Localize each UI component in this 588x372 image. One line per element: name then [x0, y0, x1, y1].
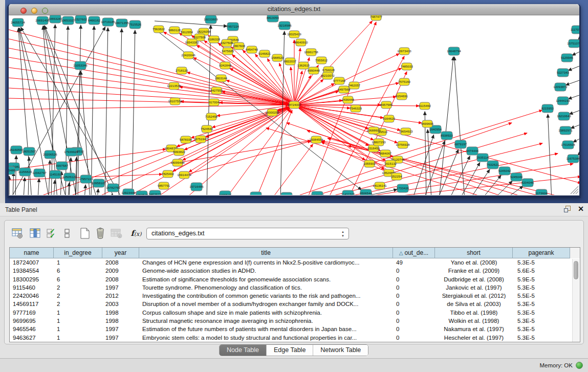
table-row[interactable]: 1872400712008Changes of HCN gene express…	[10, 258, 580, 267]
graph-node[interactable]: 9245049	[510, 173, 523, 181]
graph-node[interactable]: 7485033	[401, 63, 413, 70]
table-cell[interactable]: Yano et al. (2008)	[435, 258, 513, 267]
column-header-in-degree[interactable]: in_degree	[54, 248, 102, 258]
table-cell[interactable]: 9115460	[10, 283, 54, 292]
graph-node[interactable]: 12093872	[553, 83, 568, 91]
graph-node[interactable]: 11675384	[566, 155, 579, 163]
tab-network-table[interactable]: Network Table	[313, 345, 368, 356]
table-cell[interactable]: Tibbo et al. (1998)	[435, 309, 513, 317]
graph-node[interactable]: 8813054	[267, 15, 279, 22]
table-cell[interactable]: 18300295	[10, 275, 54, 283]
table-row[interactable]: 2242004622012Investigating the contribut…	[10, 292, 580, 300]
graph-node[interactable]: 18325419	[287, 31, 301, 38]
graph-node[interactable]: 11170748	[571, 26, 579, 34]
graph-node[interactable]: 17939924	[64, 148, 78, 156]
table-row[interactable]: 946362711997Embryonic stem cells: a mode…	[10, 334, 580, 342]
graph-node[interactable]: 9465546	[219, 191, 232, 195]
table-cell[interactable]: 5.3E-5	[513, 325, 570, 333]
column-header-out-degree[interactable]: △out_de...	[393, 248, 435, 258]
graph-node[interactable]: 9506544	[360, 189, 373, 195]
graph-node[interactable]: 14569117	[249, 192, 263, 195]
create-table-button[interactable]	[77, 226, 93, 241]
show-columns-button[interactable]	[28, 226, 43, 241]
graph-node[interactable]: 15751074	[567, 39, 579, 48]
graph-node[interactable]: 10958107	[92, 179, 106, 187]
graph-node[interactable]: 7524540	[201, 125, 213, 133]
graph-node[interactable]: 1173604	[535, 189, 548, 195]
graph-node[interactable]: 6879197	[454, 140, 467, 148]
table-cell[interactable]: 1998	[102, 317, 139, 325]
table-cell[interactable]: Genome-wide association studies in ADHD.	[139, 267, 393, 275]
graph-node[interactable]: 8957580	[380, 101, 393, 108]
graph-node[interactable]: 9164620	[383, 115, 396, 122]
table-cell[interactable]: 0	[393, 334, 435, 342]
graph-node[interactable]: 8990448	[308, 67, 320, 74]
graph-node[interactable]: 8938923	[441, 132, 453, 140]
table-cell[interactable]: 0	[393, 267, 435, 275]
table-cell[interactable]: Investigating the contribution of common…	[139, 292, 393, 300]
float-panel-icon[interactable]	[564, 206, 572, 213]
graph-node[interactable]: 1615132	[384, 160, 397, 167]
graph-node[interactable]: 16159891	[310, 191, 324, 195]
graph-node[interactable]: 9671404	[280, 192, 293, 195]
table-cell[interactable]: Estimation of significance thresholds fo…	[139, 275, 393, 283]
network-canvas[interactable]: 2405572420691406205532871065332715276026…	[9, 15, 579, 195]
table-cell[interactable]: 1	[54, 325, 102, 333]
table-cell[interactable]: Changes of HCN gene expression and I(f) …	[139, 258, 393, 267]
graph-node[interactable]: 12213539	[167, 82, 181, 90]
table-cell[interactable]: 5.3E-5	[513, 258, 570, 267]
graph-node[interactable]: 8427552	[210, 87, 223, 94]
table-cell[interactable]: 9463627	[10, 334, 54, 342]
table-cell[interactable]: Wolkin et al. (1998)	[435, 317, 513, 325]
table-cell[interactable]: Hescheler et al. (1997)	[435, 334, 513, 342]
table-row[interactable]: 1938455462009Genome-wide association stu…	[10, 267, 580, 275]
table-cell[interactable]: Tourette syndrome. Phenomenology and cla…	[139, 283, 393, 292]
select-rows-button[interactable]: ✓✓	[46, 226, 58, 241]
graph-node[interactable]: 5878334	[180, 136, 192, 143]
graph-node[interactable]: 9460518	[136, 191, 148, 195]
table-cell[interactable]: 1	[54, 258, 102, 267]
table-cell[interactable]: 9777169	[10, 309, 54, 317]
graph-node[interactable]: 6466162	[88, 16, 101, 25]
table-cell[interactable]: Structural magnetic resonance image aver…	[139, 317, 393, 325]
tab-node-table[interactable]: Node Table	[220, 345, 266, 356]
graph-node[interactable]: 19218986	[277, 21, 292, 30]
table-cell[interactable]: Jankovic et al. (1997)	[435, 283, 513, 292]
table-cell[interactable]: 2	[54, 283, 102, 292]
table-cell[interactable]: 0	[393, 309, 435, 317]
graph-node[interactable]: 10973433	[397, 48, 411, 55]
graph-node[interactable]: 9860128	[168, 27, 181, 34]
graph-node[interactable]: 9474444	[466, 147, 479, 155]
graph-node[interactable]: 1527602	[75, 15, 88, 24]
table-cell[interactable]: Disruption of a novel member of a sodium…	[139, 300, 393, 308]
graph-node[interactable]: 917004	[209, 99, 220, 106]
graph-node[interactable]: 18807293	[372, 139, 386, 146]
graph-node[interactable]: 8215953	[541, 104, 554, 113]
table-cell[interactable]: Nakamura et al. (1997)	[435, 325, 513, 333]
table-cell[interactable]: 0	[393, 292, 435, 300]
graph-node[interactable]: 11156829	[18, 168, 32, 176]
table-cell[interactable]: 0	[393, 317, 435, 325]
table-options-button[interactable]	[10, 226, 25, 241]
table-cell[interactable]: 1997	[102, 334, 139, 342]
graph-node[interactable]: 18051507	[22, 147, 36, 156]
table-cell[interactable]: 1	[54, 309, 102, 317]
graph-node[interactable]: 17016504	[561, 141, 575, 149]
table-cell[interactable]: 2009	[102, 267, 139, 275]
table-cell[interactable]: 1	[54, 317, 102, 325]
graph-node[interactable]: 7955812	[315, 57, 328, 64]
table-cell[interactable]: 9699695	[10, 317, 54, 325]
table-cell[interactable]: 5.3E-5	[513, 334, 570, 342]
graph-node[interactable]: 15892971	[558, 126, 573, 135]
graph-node[interactable]: 14136141	[373, 182, 387, 189]
graph-node[interactable]: 3915486	[9, 166, 16, 174]
graph-node[interactable]: 7825402	[162, 170, 175, 178]
table-cell[interactable]: 2003	[102, 300, 139, 308]
graph-node[interactable]: 26160597	[9, 146, 24, 154]
table-scrollbar-thumb[interactable]	[574, 261, 578, 279]
graph-node[interactable]: 9242848	[219, 62, 232, 69]
graph-node[interactable]: 10653327	[61, 16, 75, 25]
graph-node[interactable]: 19654923	[399, 128, 413, 135]
table-cell[interactable]: 14569117	[10, 300, 54, 308]
graph-node[interactable]: 8204046	[521, 179, 534, 187]
